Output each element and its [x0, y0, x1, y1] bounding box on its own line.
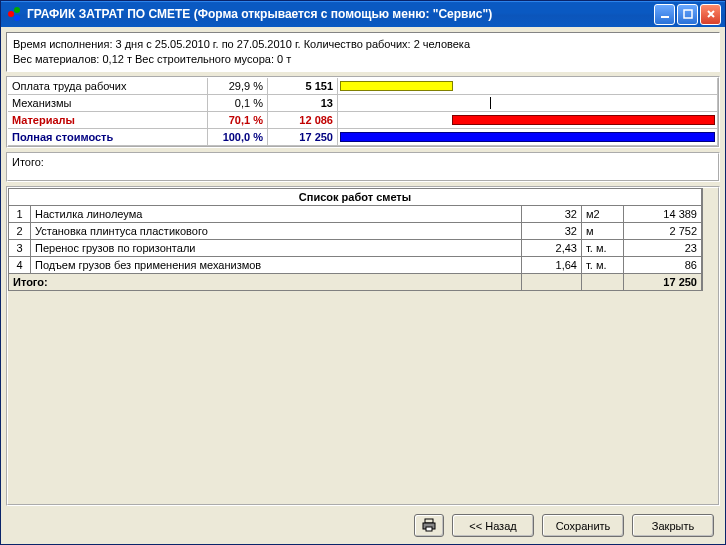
cost-bar	[340, 132, 715, 142]
row-amount: 14 389	[624, 205, 702, 222]
cost-value: 12 086	[268, 112, 338, 129]
summary-line-2: Вес материалов: 0,12 т Вес строительного…	[13, 52, 713, 67]
row-amount: 23	[624, 239, 702, 256]
cost-percent: 29,9 %	[208, 78, 268, 95]
maximize-button[interactable]	[677, 4, 698, 25]
footer-total: 17 250	[624, 273, 702, 290]
row-qty: 32	[522, 205, 582, 222]
printer-icon	[421, 518, 437, 534]
works-header: Список работ сметы	[8, 188, 702, 205]
client-area: Время исполнения: 3 дня с 25.05.2010 г. …	[1, 27, 725, 544]
cost-row-labor: Оплата труда рабочих 29,9 % 5 151	[8, 78, 718, 95]
works-table: 1 Настилка линолеума 32 м2 14 389 2 Уста…	[8, 205, 702, 291]
row-amount: 2 752	[624, 222, 702, 239]
row-name: Установка плинтуса пластикового	[31, 222, 522, 239]
svg-point-0	[8, 11, 14, 17]
works-panel: Список работ сметы 1 Настилка линолеума …	[6, 186, 720, 506]
button-bar: << Назад Сохранить Закрыть	[6, 510, 720, 539]
svg-point-2	[14, 15, 20, 21]
footer-label: Итого:	[9, 273, 522, 290]
row-num: 1	[9, 205, 31, 222]
cost-percent: 0,1 %	[208, 95, 268, 112]
table-row[interactable]: 4 Подъем грузов без применения механизмо…	[9, 256, 702, 273]
window-title: ГРАФИК ЗАТРАТ ПО СМЕТЕ (Форма открываетс…	[27, 7, 654, 21]
svg-rect-7	[426, 527, 432, 531]
cost-percent: 100,0 %	[208, 129, 268, 146]
cost-value: 5 151	[268, 78, 338, 95]
row-num: 3	[9, 239, 31, 256]
minimize-button[interactable]	[654, 4, 675, 25]
app-window: ГРАФИК ЗАТРАТ ПО СМЕТЕ (Форма открываетс…	[0, 0, 726, 545]
row-name: Перенос грузов по горизонтали	[31, 239, 522, 256]
summary-panel: Время исполнения: 3 дня с 25.05.2010 г. …	[6, 32, 720, 72]
cost-label: Материалы	[8, 112, 208, 129]
svg-rect-3	[661, 16, 669, 18]
summary-line-1: Время исполнения: 3 дня с 25.05.2010 г. …	[13, 37, 713, 52]
cost-row-mech: Механизмы 0,1 % 13	[8, 95, 718, 112]
svg-rect-5	[425, 519, 433, 523]
cost-value: 13	[268, 95, 338, 112]
row-unit: м2	[582, 205, 624, 222]
row-name: Настилка линолеума	[31, 205, 522, 222]
window-controls	[654, 4, 721, 25]
table-row[interactable]: 2 Установка плинтуса пластикового 32 м 2…	[9, 222, 702, 239]
cost-bar	[340, 81, 453, 91]
cost-value: 17 250	[268, 129, 338, 146]
row-num: 4	[9, 256, 31, 273]
table-footer: Итого: 17 250	[9, 273, 702, 290]
cost-bar-cell	[338, 112, 718, 129]
close-dialog-button[interactable]: Закрыть	[632, 514, 714, 537]
table-row[interactable]: 1 Настилка линолеума 32 м2 14 389	[9, 205, 702, 222]
cost-breakdown: Оплата труда рабочих 29,9 % 5 151 Механи…	[6, 76, 720, 148]
row-qty: 2,43	[522, 239, 582, 256]
cost-row-total: Полная стоимость 100,0 % 17 250	[8, 129, 718, 146]
svg-point-1	[14, 7, 20, 13]
row-name: Подъем грузов без применения механизмов	[31, 256, 522, 273]
row-amount: 86	[624, 256, 702, 273]
cost-label: Механизмы	[8, 95, 208, 112]
cost-bar-cell	[338, 78, 718, 95]
cost-bar	[452, 115, 715, 125]
row-unit: м	[582, 222, 624, 239]
svg-rect-4	[684, 10, 692, 18]
cost-bar-cell	[338, 129, 718, 146]
cost-label: Полная стоимость	[8, 129, 208, 146]
itogo-panel: Итого:	[6, 152, 720, 182]
app-icon	[7, 6, 23, 22]
save-button[interactable]: Сохранить	[542, 514, 624, 537]
empty-area	[8, 291, 718, 504]
table-row[interactable]: 3 Перенос грузов по горизонтали 2,43 т. …	[9, 239, 702, 256]
row-unit: т. м.	[582, 256, 624, 273]
row-num: 2	[9, 222, 31, 239]
cost-label: Оплата труда рабочих	[8, 78, 208, 95]
titlebar: ГРАФИК ЗАТРАТ ПО СМЕТЕ (Форма открываетс…	[1, 1, 725, 27]
cost-percent: 70,1 %	[208, 112, 268, 129]
cost-tick	[490, 97, 491, 109]
row-qty: 32	[522, 222, 582, 239]
row-qty: 1,64	[522, 256, 582, 273]
print-button[interactable]	[414, 514, 444, 537]
itogo-label: Итого:	[12, 156, 44, 168]
row-unit: т. м.	[582, 239, 624, 256]
back-button[interactable]: << Назад	[452, 514, 534, 537]
close-button[interactable]	[700, 4, 721, 25]
scrollbar[interactable]	[702, 188, 718, 291]
cost-row-materials: Материалы 70,1 % 12 086	[8, 112, 718, 129]
cost-bar-cell	[338, 95, 718, 112]
